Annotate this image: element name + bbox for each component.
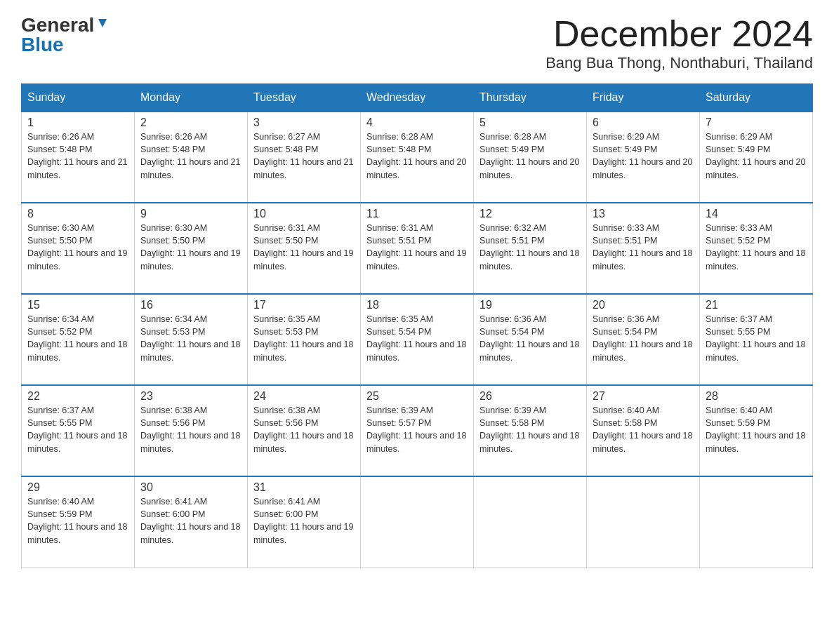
day-number: 11 [366,208,468,220]
title-block: December 2024 Bang Bua Thong, Nonthaburi… [545,14,813,72]
day-info: Sunrise: 6:32 AMSunset: 5:51 PMDaylight:… [479,222,581,273]
week-row-3: 15Sunrise: 6:34 AMSunset: 5:52 PMDayligh… [22,294,813,385]
day-number: 2 [140,116,241,129]
day-info: Sunrise: 6:30 AMSunset: 5:50 PMDaylight:… [27,222,128,273]
day-number: 7 [706,116,807,129]
day-info: Sunrise: 6:33 AMSunset: 5:52 PMDaylight:… [706,222,807,273]
day-info: Sunrise: 6:35 AMSunset: 5:53 PMDaylight:… [253,313,355,364]
day-info: Sunrise: 6:34 AMSunset: 5:53 PMDaylight:… [140,313,241,364]
day-info: Sunrise: 6:35 AMSunset: 5:54 PMDaylight:… [366,313,468,364]
calendar-body: 1Sunrise: 6:26 AMSunset: 5:48 PMDaylight… [22,112,813,568]
day-number: 17 [253,299,355,311]
header-cell-wednesday: Wednesday [361,84,474,112]
day-number: 8 [27,208,128,220]
day-cell: 9Sunrise: 6:30 AMSunset: 5:50 PMDaylight… [135,203,248,294]
day-cell: 29Sunrise: 6:40 AMSunset: 5:59 PMDayligh… [22,476,135,568]
day-number: 26 [479,390,581,403]
day-cell: 26Sunrise: 6:39 AMSunset: 5:58 PMDayligh… [474,385,587,476]
week-row-1: 1Sunrise: 6:26 AMSunset: 5:48 PMDaylight… [22,112,813,203]
day-cell: 1Sunrise: 6:26 AMSunset: 5:48 PMDaylight… [22,112,135,203]
day-cell: 18Sunrise: 6:35 AMSunset: 5:54 PMDayligh… [361,294,474,385]
day-number: 4 [366,116,468,129]
day-cell: 27Sunrise: 6:40 AMSunset: 5:58 PMDayligh… [587,385,700,476]
day-number: 16 [140,299,241,311]
day-number: 15 [27,299,128,311]
day-number: 24 [253,390,355,403]
day-info: Sunrise: 6:40 AMSunset: 5:59 PMDaylight:… [706,404,807,455]
day-number: 31 [253,481,355,494]
day-number: 12 [479,208,581,220]
day-cell [587,476,700,568]
day-cell: 13Sunrise: 6:33 AMSunset: 5:51 PMDayligh… [587,203,700,294]
day-info: Sunrise: 6:28 AMSunset: 5:49 PMDaylight:… [479,130,581,182]
day-cell: 22Sunrise: 6:37 AMSunset: 5:55 PMDayligh… [22,385,135,476]
day-cell: 5Sunrise: 6:28 AMSunset: 5:49 PMDaylight… [474,112,587,203]
day-cell: 21Sunrise: 6:37 AMSunset: 5:55 PMDayligh… [700,294,813,385]
day-cell: 31Sunrise: 6:41 AMSunset: 6:00 PMDayligh… [248,476,361,568]
day-cell: 11Sunrise: 6:31 AMSunset: 5:51 PMDayligh… [361,203,474,294]
day-number: 9 [140,208,241,220]
day-cell: 28Sunrise: 6:40 AMSunset: 5:59 PMDayligh… [700,385,813,476]
day-cell: 23Sunrise: 6:38 AMSunset: 5:56 PMDayligh… [135,385,248,476]
day-cell: 2Sunrise: 6:26 AMSunset: 5:48 PMDaylight… [135,112,248,203]
logo-blue-text: Blue [21,34,64,56]
header-cell-thursday: Thursday [474,84,587,112]
day-info: Sunrise: 6:39 AMSunset: 5:58 PMDaylight:… [479,404,581,455]
day-cell: 20Sunrise: 6:36 AMSunset: 5:54 PMDayligh… [587,294,700,385]
day-number: 6 [593,116,694,129]
calendar-table: SundayMondayTuesdayWednesdayThursdayFrid… [21,83,813,568]
day-cell: 12Sunrise: 6:32 AMSunset: 5:51 PMDayligh… [474,203,587,294]
day-info: Sunrise: 6:36 AMSunset: 5:54 PMDaylight:… [593,313,694,364]
day-number: 5 [479,116,581,129]
header-cell-tuesday: Tuesday [248,84,361,112]
day-number: 22 [27,390,128,403]
day-cell: 8Sunrise: 6:30 AMSunset: 5:50 PMDaylight… [22,203,135,294]
day-number: 19 [479,299,581,311]
day-cell [474,476,587,568]
svg-marker-0 [98,19,107,27]
day-cell: 6Sunrise: 6:29 AMSunset: 5:49 PMDaylight… [587,112,700,203]
day-number: 27 [593,390,694,403]
day-number: 13 [593,208,694,220]
day-number: 28 [706,390,807,403]
day-number: 25 [366,390,468,403]
day-info: Sunrise: 6:41 AMSunset: 6:00 PMDaylight:… [140,495,241,546]
day-info: Sunrise: 6:40 AMSunset: 5:59 PMDaylight:… [27,495,128,546]
day-info: Sunrise: 6:31 AMSunset: 5:51 PMDaylight:… [366,222,468,273]
day-info: Sunrise: 6:29 AMSunset: 5:49 PMDaylight:… [593,130,694,182]
location-title: Bang Bua Thong, Nonthaburi, Thailand [545,54,813,72]
day-cell: 14Sunrise: 6:33 AMSunset: 5:52 PMDayligh… [700,203,813,294]
day-info: Sunrise: 6:37 AMSunset: 5:55 PMDaylight:… [27,404,128,455]
day-number: 1 [27,116,128,129]
day-cell: 4Sunrise: 6:28 AMSunset: 5:48 PMDaylight… [361,112,474,203]
header-cell-sunday: Sunday [22,84,135,112]
day-info: Sunrise: 6:26 AMSunset: 5:48 PMDaylight:… [27,130,128,182]
day-info: Sunrise: 6:38 AMSunset: 5:56 PMDaylight:… [253,404,355,455]
week-row-4: 22Sunrise: 6:37 AMSunset: 5:55 PMDayligh… [22,385,813,476]
logo: General Blue [21,14,110,56]
day-number: 14 [706,208,807,220]
day-cell: 3Sunrise: 6:27 AMSunset: 5:48 PMDaylight… [248,112,361,203]
day-cell: 30Sunrise: 6:41 AMSunset: 6:00 PMDayligh… [135,476,248,568]
day-info: Sunrise: 6:33 AMSunset: 5:51 PMDaylight:… [593,222,694,273]
day-cell: 15Sunrise: 6:34 AMSunset: 5:52 PMDayligh… [22,294,135,385]
day-cell: 17Sunrise: 6:35 AMSunset: 5:53 PMDayligh… [248,294,361,385]
day-info: Sunrise: 6:27 AMSunset: 5:48 PMDaylight:… [253,130,355,182]
day-number: 21 [706,299,807,311]
day-info: Sunrise: 6:31 AMSunset: 5:50 PMDaylight:… [253,222,355,273]
day-number: 23 [140,390,241,403]
week-row-5: 29Sunrise: 6:40 AMSunset: 5:59 PMDayligh… [22,476,813,568]
day-info: Sunrise: 6:40 AMSunset: 5:58 PMDaylight:… [593,404,694,455]
day-info: Sunrise: 6:39 AMSunset: 5:57 PMDaylight:… [366,404,468,455]
day-info: Sunrise: 6:37 AMSunset: 5:55 PMDaylight:… [706,313,807,364]
day-number: 3 [253,116,355,129]
day-cell: 24Sunrise: 6:38 AMSunset: 5:56 PMDayligh… [248,385,361,476]
day-number: 30 [140,481,241,494]
day-info: Sunrise: 6:28 AMSunset: 5:48 PMDaylight:… [366,130,468,182]
day-info: Sunrise: 6:26 AMSunset: 5:48 PMDaylight:… [140,130,241,182]
day-cell: 19Sunrise: 6:36 AMSunset: 5:54 PMDayligh… [474,294,587,385]
day-cell: 7Sunrise: 6:29 AMSunset: 5:49 PMDaylight… [700,112,813,203]
day-cell: 10Sunrise: 6:31 AMSunset: 5:50 PMDayligh… [248,203,361,294]
day-cell: 16Sunrise: 6:34 AMSunset: 5:53 PMDayligh… [135,294,248,385]
day-number: 10 [253,208,355,220]
